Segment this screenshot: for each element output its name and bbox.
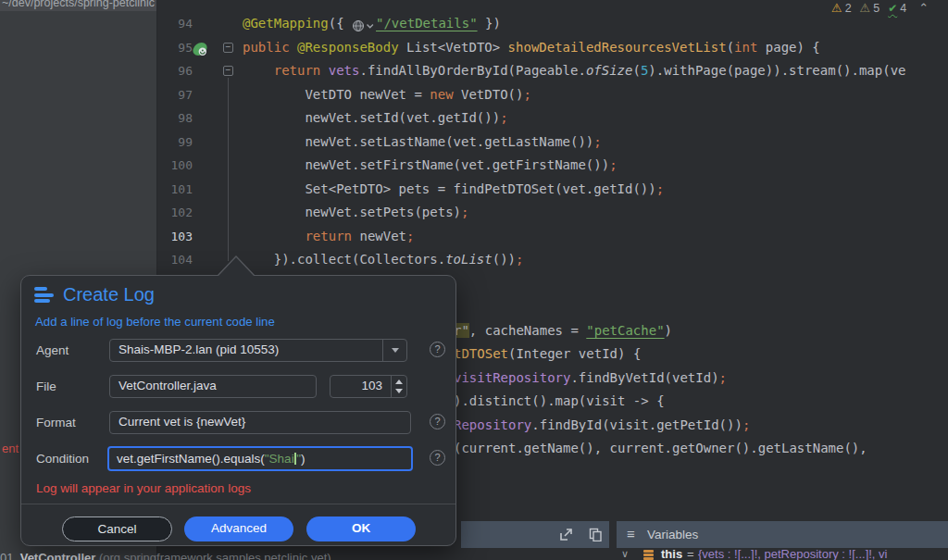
chevron-down-icon	[392, 348, 399, 353]
lightrun-logpoint-icon[interactable]	[192, 41, 208, 57]
variable-value: {vets : ![...]!, petRepository : ![...]!…	[698, 547, 887, 560]
create-log-dialog: Create Log Add a line of log before the …	[20, 275, 456, 546]
code-token: (current.getName(), current.getOwner().g…	[454, 441, 867, 455]
open-in-new-window-icon[interactable]	[559, 528, 573, 541]
line-number[interactable]: 99	[157, 131, 193, 155]
project-tree-error-item: ent	[2, 442, 19, 455]
format-value: Current vet is {newVet}	[118, 415, 245, 429]
frames-toolbar	[461, 521, 609, 548]
code-fragment: r", cacheNames = "petCache")	[454, 319, 672, 343]
code-line: VetDTO newVet = new VetDTO();	[243, 83, 906, 107]
code-fragment: visitRepository.findByVetId(vetId);	[454, 367, 727, 391]
condition-string-literal: "Shai	[265, 452, 294, 466]
advanced-button[interactable]: Advanced	[184, 516, 293, 541]
code-token: "petCache"	[586, 323, 664, 338]
frame-line-number: 01,	[0, 551, 20, 560]
code-token: (Integer vetId) {	[508, 346, 641, 361]
line-number[interactable]: 96	[157, 59, 193, 83]
code-token: })	[478, 16, 501, 31]
agent-label: Agent	[36, 343, 69, 357]
code-token: .findByVetId(vetId)	[570, 370, 718, 385]
url-globe-icon[interactable]	[352, 14, 376, 38]
typo-check-icon: ✔	[888, 2, 897, 15]
code-token: tDTOSet	[454, 346, 508, 361]
format-input[interactable]: Current vet is {newVet}	[109, 411, 411, 434]
code-token: return	[305, 229, 359, 243]
variables-panel-title: Variables	[647, 528, 698, 541]
code-token: ;	[742, 417, 750, 432]
dialog-warning-text: Log will appear in your application logs	[36, 481, 251, 495]
variable-row-this[interactable]: ∨ this = {vets : ![...]!, petRepository …	[617, 547, 948, 560]
code-token: toList	[445, 252, 493, 267]
code-line: newVet.setLastName(vet.getLastName());	[243, 131, 906, 155]
stepper-down-icon[interactable]	[395, 389, 403, 393]
variable-icon	[643, 550, 654, 560]
line-number[interactable]: 103	[157, 225, 193, 249]
copy-icon[interactable]	[589, 528, 603, 541]
line-number[interactable]: 102	[157, 201, 193, 225]
code-token: newVet.setLastName(vet.getLastName())	[243, 134, 593, 149]
line-number-input[interactable]: 103	[330, 375, 407, 398]
condition-help-icon[interactable]: ?	[430, 450, 445, 466]
code-token: VetDTO()	[461, 87, 523, 102]
code-fragment: (current.getName(), current.getOwner().g…	[454, 437, 867, 461]
project-root-row[interactable]: ~/dev/projects/spring-petclinic	[0, 0, 156, 11]
code-token: ;	[593, 134, 601, 149]
agent-select[interactable]: Shais-MBP-2.lan (pid 10553)	[109, 339, 407, 362]
dialog-divider	[21, 504, 455, 504]
expand-chevron-icon[interactable]: ∨	[621, 548, 629, 560]
variable-name: this	[661, 547, 682, 560]
stepper-up-icon[interactable]	[395, 380, 403, 384]
code-token: ;	[500, 110, 507, 125]
line-number[interactable]: 101	[157, 178, 193, 202]
fold-marker-collapse-icon[interactable]: −	[223, 43, 233, 53]
fold-marker-collapse-icon[interactable]: −	[223, 66, 233, 76]
line-number[interactable]: 104	[157, 248, 193, 272]
line-number[interactable]: 94	[157, 12, 193, 36]
code-token: visitRepository	[454, 370, 570, 385]
weak-warnings-count: 5	[873, 2, 879, 15]
weak-warnings-indicator[interactable]: ⚠ 5	[860, 1, 880, 15]
line-number-stepper[interactable]	[391, 376, 406, 397]
code-token: ofSize	[586, 63, 633, 78]
file-input[interactable]: VetController.java	[109, 375, 317, 398]
cancel-button[interactable]: Cancel	[62, 516, 172, 541]
code-fragment: tDTOSet(Integer vetId) {	[454, 342, 641, 367]
code-token: )	[665, 323, 672, 338]
code-token: newVet.setId(vet.getId())	[243, 110, 500, 125]
code-line: newVet.setPets(pets);	[243, 201, 906, 225]
warnings-indicator[interactable]: ⚠ 2	[831, 1, 852, 15]
code-lines: @GetMapping({ "/vetDetails" })public @Re…	[243, 12, 906, 272]
ok-button[interactable]: OK	[306, 516, 416, 541]
code-token: ).distinct().map(visit -> {	[454, 393, 665, 408]
code-token: @ResponseBody	[297, 40, 406, 55]
menu-icon[interactable]: ≡	[627, 526, 635, 541]
code-token: ;	[719, 370, 727, 385]
lightrun-logo-icon	[34, 287, 54, 303]
code-token: @GetMapping	[243, 16, 329, 31]
typos-count: 4	[900, 2, 906, 15]
code-token: newVet.setFirstName(vet.getFirstName())	[243, 157, 609, 172]
code-fragment: Repository.findById(visit.getPetId());	[454, 414, 750, 438]
warning-icon: ⚠	[831, 1, 842, 15]
code-token: newVet	[359, 229, 406, 243]
variables-panel-header[interactable]: ≡ Variables	[617, 521, 948, 548]
typos-indicator[interactable]: ✔ 4	[888, 2, 906, 15]
condition-input[interactable]: vet.getFirstName().equals("Shai")	[107, 446, 413, 471]
code-token: ())	[493, 252, 516, 267]
inspections-widget[interactable]: ⚠ 2 ⚠ 5 ✔ 4 ⌃	[831, 1, 929, 15]
line-number[interactable]: 95	[157, 36, 193, 60]
chevron-up-icon[interactable]: ⌃	[918, 1, 929, 15]
agent-help-icon[interactable]: ?	[430, 342, 445, 357]
breadcrumb: ~/dev/projects/spring-petclinic	[2, 0, 155, 9]
dropdown-arrow-button[interactable]	[382, 340, 406, 361]
format-help-icon[interactable]: ?	[430, 414, 445, 429]
stack-frame-row[interactable]: 01, VetController (org.springframework.s…	[0, 551, 463, 560]
condition-expression: vet.getFirstName().equals(	[117, 452, 265, 466]
frame-package: (org.springframework.samples.petclinic.v…	[95, 551, 331, 560]
code-line: Set<PetDTO> pets = findPetDTOSet(vet.get…	[243, 178, 906, 202]
agent-value: Shais-MBP-2.lan (pid 10553)	[118, 342, 279, 356]
line-number[interactable]: 100	[157, 154, 193, 178]
line-number[interactable]: 98	[157, 106, 193, 131]
line-number[interactable]: 97	[157, 83, 193, 107]
